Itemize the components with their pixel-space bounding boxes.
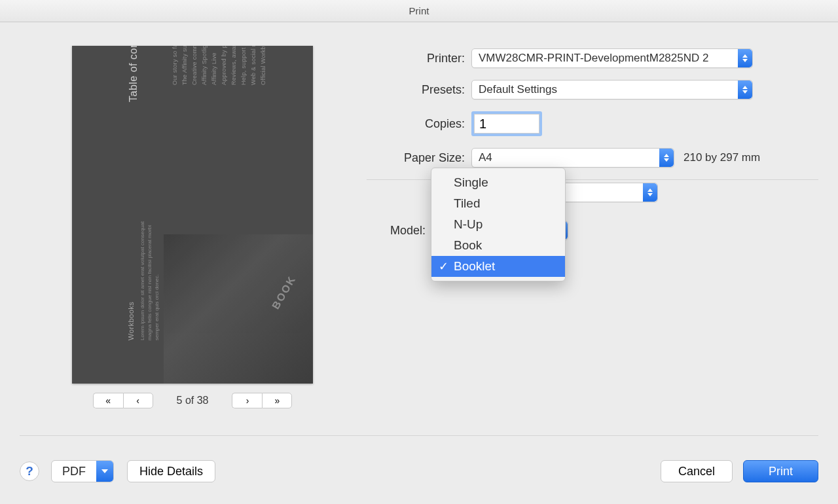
pager-count: 5 of 38	[177, 395, 209, 406]
model-option-booklet[interactable]: Booklet	[431, 256, 565, 277]
select-stepper-icon	[738, 49, 752, 67]
presets-select-value: Default Settings	[479, 83, 557, 96]
hide-details-button[interactable]: Hide Details	[127, 460, 215, 482]
printer-select-value: VMW28CMR-PRINT-DevelopmentM2825ND 2	[479, 52, 708, 65]
paper-size-value: A4	[479, 151, 492, 164]
print-preview: Table of contents Our story so far The A…	[72, 46, 313, 408]
pager-next-button[interactable]: ›	[232, 393, 262, 408]
paper-size-label: Paper Size:	[367, 151, 471, 165]
window-title: Print	[0, 0, 838, 22]
print-button[interactable]: Print	[743, 460, 818, 482]
preview-book-label: BOOK	[270, 274, 299, 311]
printer-label: Printer:	[367, 52, 471, 65]
dialog-footer: ? PDF Hide Details Cancel Print	[0, 439, 838, 504]
preview-toc: Table of contents	[128, 46, 139, 102]
preview-toc-entries: Our story so far The Affinity suite Crea…	[170, 46, 268, 85]
pager-first-button[interactable]: «	[93, 393, 123, 408]
pdf-menu-button[interactable]: PDF	[51, 460, 114, 482]
model-option-single[interactable]: Single	[431, 172, 565, 193]
model-option-book[interactable]: Book	[431, 235, 565, 256]
select-stepper-icon	[643, 183, 657, 202]
preview-page: Table of contents Our story so far The A…	[72, 46, 313, 384]
paper-size-select[interactable]: A4	[471, 148, 674, 168]
preview-toc-title: Table of contents	[128, 46, 139, 102]
pager-fwd-group: › »	[232, 393, 292, 408]
model-option-tiled[interactable]: Tiled	[431, 193, 565, 214]
help-button[interactable]: ?	[20, 461, 39, 481]
copies-input[interactable]	[471, 111, 542, 136]
printer-select[interactable]: VMW28CMR-PRINT-DevelopmentM2825ND 2	[471, 48, 753, 68]
preview-lower-filler: Lorem ipsum dolor sit amet erat volutpat…	[139, 209, 160, 340]
pager-prev-button[interactable]: ‹	[123, 393, 153, 408]
pager-back-group: « ‹	[93, 393, 153, 408]
preview-lower-label: Workbooks	[128, 209, 135, 340]
dialog-body: Table of contents Our story so far The A…	[0, 22, 838, 439]
preview-lower-block: Workbooks Lorem ipsum dolor sit amet era…	[128, 209, 160, 340]
select-stepper-icon	[738, 81, 752, 99]
model-label: Model:	[327, 224, 432, 238]
presets-select[interactable]: Default Settings	[471, 80, 753, 99]
model-option-n-up[interactable]: N-Up	[431, 214, 565, 235]
separator	[20, 435, 818, 436]
model-dropdown-menu[interactable]: SingleTiledN-UpBookBooklet	[431, 168, 566, 281]
pdf-menu-label: PDF	[52, 461, 96, 482]
presets-label: Presets:	[367, 83, 471, 97]
pager-last-button[interactable]: »	[262, 393, 292, 408]
preview-pager: « ‹ 5 of 38 › »	[72, 393, 313, 408]
preview-photo: BOOK	[164, 234, 313, 384]
copies-label: Copies:	[367, 117, 471, 131]
paper-dimensions: 210 by 297 mm	[683, 151, 760, 164]
select-stepper-icon	[659, 149, 674, 167]
chevron-down-icon	[96, 461, 113, 482]
cancel-button[interactable]: Cancel	[661, 460, 733, 482]
